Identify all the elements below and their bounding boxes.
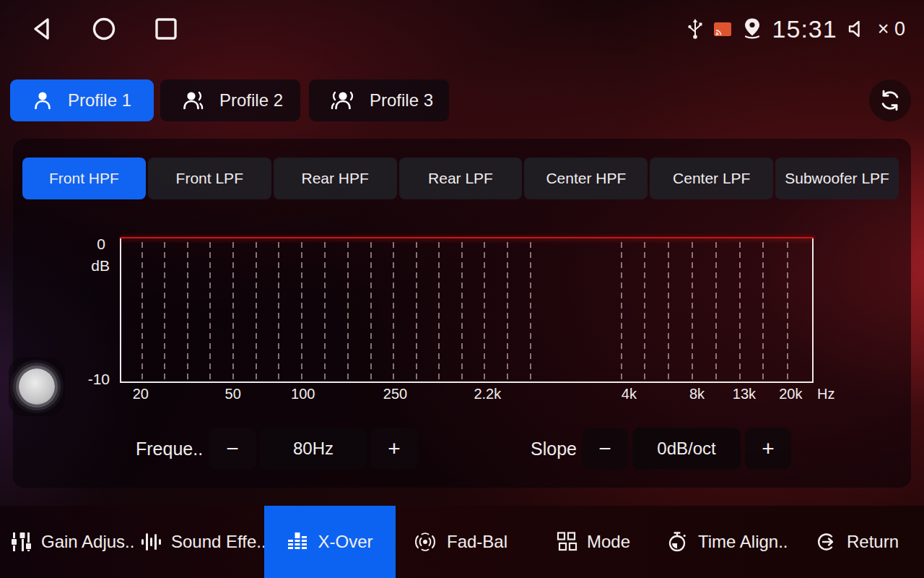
gridline — [621, 242, 622, 381]
surround-icon — [413, 531, 437, 553]
tab-label: Front LPF — [176, 170, 243, 187]
profile-label: Profile 3 — [370, 90, 433, 111]
tab-center-hpf[interactable]: Center HPF — [524, 158, 648, 199]
profile-label: Profile 2 — [219, 90, 283, 111]
gridline — [347, 242, 349, 381]
profile-1-button[interactable]: Profile 1 — [10, 79, 154, 121]
chart-x-ticks: 20501002502.2k4k8k13k20k — [120, 386, 814, 407]
android-nav-keys — [29, 16, 179, 42]
response-curve — [120, 237, 814, 238]
y-tick-0: 0 — [97, 236, 105, 253]
person-2-icon — [180, 88, 206, 113]
nav-return[interactable]: Return — [816, 506, 908, 578]
x-tick: 250 — [383, 386, 407, 402]
gridline — [530, 242, 531, 381]
gridline — [668, 242, 669, 381]
nav-label: Return — [847, 532, 899, 552]
person-icon — [30, 88, 55, 113]
slope-minus-button[interactable]: − — [582, 428, 628, 470]
usb-icon — [687, 17, 704, 40]
x-tick: 20k — [779, 386, 802, 402]
nav-time-alignment[interactable]: Time Align.. — [667, 506, 794, 578]
gridline — [762, 242, 764, 381]
profile-2-button[interactable]: Profile 2 — [160, 79, 300, 121]
frequency-minus-button[interactable]: − — [209, 428, 256, 470]
tab-center-lpf[interactable]: Center LPF — [650, 158, 773, 199]
profile-row: Profile 1 Profile 2 — [10, 79, 914, 121]
nav-gain-adjust[interactable]: Gain Adjus.. — [10, 506, 137, 578]
nav-label: Time Align.. — [698, 532, 788, 552]
status-bar: 15:31 × 0 — [0, 0, 924, 58]
gridline — [507, 242, 508, 381]
profile-label: Profile 1 — [68, 90, 131, 111]
nav-label: Sound Effe.. — [171, 532, 266, 552]
profile-3-button[interactable]: Profile 3 — [309, 79, 449, 121]
gridline — [787, 242, 788, 381]
tab-label: Subwoofer LPF — [785, 170, 889, 187]
person-3-icon — [329, 88, 357, 113]
cast-icon — [713, 22, 732, 37]
assistive-touch-ball-icon — [19, 368, 55, 405]
y-axis-unit: dB — [91, 257, 110, 275]
volume-muted-icon[interactable] — [847, 19, 867, 39]
x-tick: 4k — [622, 386, 637, 402]
xover-chart[interactable] — [120, 237, 814, 383]
nav-fad-bal[interactable]: Fad-Bal — [413, 506, 518, 578]
gridline — [209, 242, 211, 381]
gridline — [393, 242, 394, 381]
filter-tabs: Front HPF Front LPF Rear HPF Rear LPF Ce… — [22, 158, 899, 199]
x-tick: 13k — [733, 386, 756, 402]
tab-front-hpf[interactable]: Front HPF — [22, 158, 146, 199]
tab-rear-hpf[interactable]: Rear HPF — [274, 158, 397, 199]
nav-sound-effect[interactable]: Sound Effe.. — [140, 506, 267, 578]
tab-label: Rear HPF — [301, 170, 368, 187]
gridline — [461, 242, 463, 381]
nav-mode[interactable]: Mode — [556, 506, 639, 578]
tab-rear-lpf[interactable]: Rear LPF — [399, 158, 523, 199]
tab-front-lpf[interactable]: Front LPF — [148, 158, 271, 199]
back-icon[interactable] — [29, 16, 55, 42]
refresh-icon — [878, 88, 902, 113]
nav-xover[interactable]: X-Over — [264, 506, 396, 578]
slope-label: Slope — [531, 428, 577, 470]
x-tick: 50 — [225, 386, 241, 402]
status-indicators: 15:31 × 0 — [687, 15, 905, 43]
gridline — [370, 242, 372, 381]
nav-label: Fad-Bal — [447, 532, 507, 552]
x-tick: 100 — [291, 386, 315, 402]
tab-subwoofer-lpf[interactable]: Subwoofer LPF — [775, 158, 899, 199]
equalizer-icon — [287, 531, 308, 553]
home-icon[interactable] — [91, 16, 117, 42]
bottom-nav: Gain Adjus.. Sound Effe.. — [0, 506, 924, 578]
tab-label: Center LPF — [673, 170, 750, 187]
x-tick: 8k — [689, 386, 705, 402]
assistive-touch-button[interactable] — [9, 357, 65, 416]
waveform-bars-icon — [140, 531, 162, 553]
frequency-value: 80Hz — [260, 428, 367, 470]
return-arrow-icon — [816, 531, 837, 553]
gridline — [739, 242, 741, 381]
gridline — [256, 242, 257, 381]
stopwatch-icon — [667, 531, 689, 553]
gridline — [715, 242, 717, 381]
gridline — [141, 242, 143, 381]
x-tick: 2.2k — [474, 386, 501, 402]
clock: 15:31 — [772, 15, 837, 43]
gridline — [692, 242, 693, 381]
gridline — [187, 242, 188, 381]
recents-icon[interactable] — [153, 16, 179, 42]
reset-button[interactable] — [869, 79, 911, 121]
slope-value: 0dB/oct — [632, 428, 741, 470]
gridline — [164, 242, 165, 381]
gridline — [416, 242, 417, 381]
gridline — [484, 242, 485, 381]
x-axis-unit: Hz — [817, 386, 834, 402]
frequency-label: Freque.. — [136, 428, 203, 470]
gridline — [438, 242, 440, 381]
frequency-plus-button[interactable]: + — [370, 428, 418, 470]
volume-level: × 0 — [878, 18, 905, 40]
tab-label: Front HPF — [49, 170, 119, 187]
nav-label: X-Over — [318, 532, 372, 552]
slope-plus-button[interactable]: + — [745, 428, 791, 470]
squares-icon — [556, 531, 578, 553]
